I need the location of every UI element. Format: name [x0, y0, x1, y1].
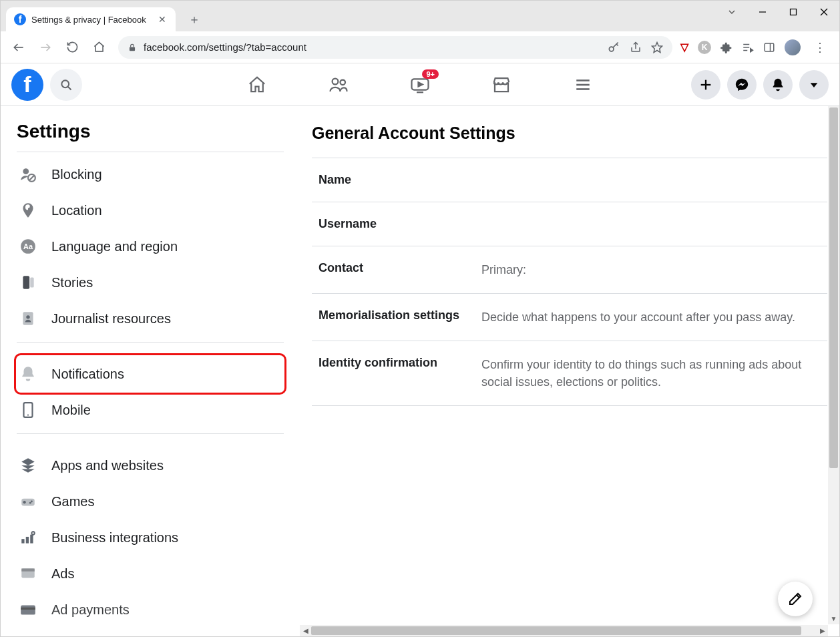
sidebar-item-label: Notifications [51, 367, 124, 382]
svg-marker-13 [751, 48, 753, 51]
tab-title: Settings & privacy | Facebook [31, 15, 146, 25]
sidebar-item-ads[interactable]: Ads [17, 556, 284, 592]
back-button[interactable] [7, 36, 30, 59]
svg-rect-48 [21, 568, 35, 571]
sidebar-item-stories[interactable]: Stories [17, 264, 284, 300]
svg-line-31 [29, 176, 33, 180]
profile-avatar[interactable] [785, 39, 801, 55]
svg-point-19 [341, 79, 346, 85]
sidebar-item-notifications[interactable]: Notifications [17, 356, 284, 392]
sidebar-item-mobile[interactable]: Mobile [17, 392, 284, 428]
scroll-down-arrow[interactable]: ▼ [828, 613, 839, 624]
password-key-icon[interactable] [607, 41, 620, 54]
location-icon [18, 200, 38, 220]
notifications-button[interactable] [763, 70, 793, 99]
fb-search-button[interactable] [50, 69, 82, 101]
divider [17, 152, 284, 152]
sidebar-item-label: Business integrations [51, 530, 178, 546]
nav-menu-icon[interactable] [572, 76, 594, 93]
create-button[interactable] [691, 70, 720, 99]
bookmark-star-icon[interactable] [651, 41, 663, 53]
extensions-puzzle-icon[interactable] [720, 41, 732, 53]
sidebar-title: Settings [17, 121, 284, 142]
sidebar-item-label: Mobile [51, 403, 91, 418]
divider [17, 433, 284, 434]
page-content: f 9+ [1, 63, 839, 636]
notifications-icon [18, 364, 38, 384]
fb-logo[interactable]: f [11, 69, 43, 101]
svg-point-16 [61, 80, 69, 87]
sidebar-item-label: Language and region [51, 239, 178, 254]
browser-window: f Settings & privacy | Facebook ✕ ＋ [0, 0, 840, 637]
svg-text:Aa: Aa [23, 242, 33, 250]
scroll-thumb[interactable] [829, 108, 838, 468]
ads-icon [18, 564, 38, 584]
svg-marker-28 [811, 83, 818, 87]
compose-fab[interactable] [778, 582, 813, 616]
main-heading: General Account Settings [312, 124, 827, 143]
new-tab-button[interactable]: ＋ [185, 10, 204, 29]
extensions-row: ▽ K ⋮ [680, 39, 833, 55]
window-close-button[interactable] [809, 1, 839, 23]
svg-point-42 [29, 502, 31, 504]
account-menu-button[interactable] [799, 70, 829, 99]
sidebar-item-block[interactable]: Blocking [17, 156, 284, 192]
scroll-left-arrow[interactable]: ◀ [300, 625, 311, 636]
nav-watch-icon[interactable]: 9+ [409, 75, 431, 95]
sidebar-item-business[interactable]: Business integrations [17, 519, 284, 556]
vertical-scrollbar[interactable]: ▲ ▼ [828, 106, 839, 624]
svg-line-17 [68, 86, 71, 89]
svg-rect-34 [23, 276, 29, 289]
sidebar-item-adpay[interactable]: Ad payments [17, 592, 284, 628]
nav-home-icon[interactable] [246, 75, 268, 95]
settings-row[interactable]: ContactPrimary: [312, 246, 827, 293]
scroll-thumb[interactable] [311, 626, 801, 635]
home-button[interactable] [87, 36, 110, 59]
svg-rect-43 [21, 539, 24, 544]
window-minimize-button[interactable] [747, 1, 778, 23]
business-icon [18, 527, 38, 548]
fb-center-nav: 9+ [246, 75, 594, 95]
tab-close-icon[interactable]: ✕ [158, 14, 166, 25]
nav-friends-icon[interactable] [328, 75, 349, 95]
settings-row[interactable]: Name [312, 158, 827, 202]
games-icon [18, 491, 38, 511]
page-body: Settings BlockingLocationAaLanguage and … [1, 106, 839, 636]
tab-search-icon[interactable] [716, 1, 747, 23]
address-bar[interactable]: facebook.com/settings/?tab=account [118, 36, 672, 59]
reload-button[interactable] [61, 36, 83, 59]
media-control-icon[interactable] [742, 41, 754, 53]
sidebar-item-label: Blocking [51, 167, 102, 182]
horizontal-scrollbar[interactable]: ◀ ▶ [300, 625, 828, 636]
omnibox-actions [607, 41, 663, 54]
sidebar-item-apps[interactable]: Apps and websites [17, 447, 284, 483]
scroll-right-arrow[interactable]: ▶ [817, 625, 828, 636]
extension-k-icon[interactable]: K [698, 41, 711, 54]
sidebar-item-language[interactable]: AaLanguage and region [17, 228, 284, 264]
browser-menu-button[interactable]: ⋮ [810, 40, 830, 55]
sidebar-item-label: Ads [51, 566, 74, 582]
window-controls [716, 1, 839, 23]
browser-tab[interactable]: f Settings & privacy | Facebook ✕ [6, 7, 176, 31]
sidebar-item-games[interactable]: Games [17, 483, 284, 519]
settings-row[interactable]: Identity confirmationConfirm your identi… [312, 341, 827, 406]
nav-marketplace-icon[interactable] [491, 75, 512, 95]
fb-header: f 9+ [1, 63, 839, 106]
svg-point-39 [27, 415, 29, 416]
window-maximize-button[interactable] [778, 1, 809, 23]
share-icon[interactable] [630, 41, 642, 53]
forward-button [34, 36, 57, 59]
row-value: Primary: [481, 261, 526, 278]
sidebar-item-location[interactable]: Location [17, 192, 284, 228]
svg-point-41 [31, 501, 33, 503]
extension-mcafee-icon[interactable]: ▽ [680, 41, 688, 53]
svg-rect-45 [30, 535, 33, 544]
sidebar-item-journalist[interactable]: Journalist resources [17, 300, 284, 337]
row-label: Name [319, 173, 481, 187]
side-panel-icon[interactable] [763, 41, 775, 53]
settings-row[interactable]: Memorialisation settingsDecide what happ… [312, 293, 827, 341]
settings-row[interactable]: Username [312, 202, 827, 246]
svg-marker-21 [419, 82, 423, 86]
block-icon [18, 164, 38, 184]
messenger-button[interactable] [727, 70, 757, 99]
